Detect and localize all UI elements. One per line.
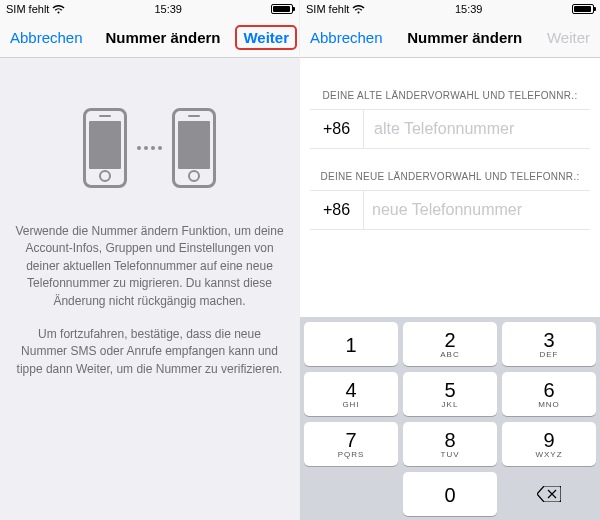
cancel-button[interactable]: Abbrechen [10, 29, 83, 46]
key-6[interactable]: 6MNO [502, 372, 596, 416]
key-backspace[interactable] [502, 472, 596, 516]
new-number-label: DEINE NEUE LÄNDERVORWAHL UND TELEFONNR.: [310, 171, 590, 182]
phone-icon [172, 108, 216, 188]
key-8[interactable]: 8TUV [403, 422, 497, 466]
next-button-disabled: Weiter [547, 29, 590, 46]
key-2[interactable]: 2ABC [403, 322, 497, 366]
status-bar: SIM fehlt 15:39 [300, 0, 600, 18]
intro-body: Verwende die Nummer ändern Funktion, um … [0, 58, 299, 520]
next-button[interactable]: Weiter [243, 29, 289, 46]
old-country-code[interactable]: +86 [310, 110, 364, 148]
old-number-label: DEINE ALTE LÄNDERVORWAHL UND TELEFONNR.: [310, 90, 590, 101]
intro-paragraph-1: Verwende die Nummer ändern Funktion, um … [14, 223, 285, 310]
nav-bar: Abbrechen Nummer ändern Weiter [300, 18, 600, 58]
key-1[interactable]: 1 [304, 322, 398, 366]
old-phone-input[interactable] [364, 118, 574, 140]
page-title: Nummer ändern [407, 29, 522, 46]
clock: 15:39 [154, 3, 182, 15]
page-title: Nummer ändern [105, 29, 220, 46]
old-number-row: +86 [310, 109, 590, 149]
new-phone-input[interactable] [364, 191, 590, 229]
cancel-button[interactable]: Abbrechen [310, 29, 383, 46]
key-9[interactable]: 9WXYZ [502, 422, 596, 466]
backspace-icon [537, 486, 561, 502]
transfer-dots-icon [137, 146, 162, 150]
battery-icon [572, 4, 594, 14]
form-body: DEINE ALTE LÄNDERVORWAHL UND TELEFONNR.:… [300, 58, 600, 520]
key-7[interactable]: 7PQRS [304, 422, 398, 466]
key-5[interactable]: 5JKL [403, 372, 497, 416]
carrier-text: SIM fehlt [6, 3, 49, 15]
status-bar: SIM fehlt 15:39 [0, 0, 299, 18]
wifi-icon [352, 5, 365, 14]
intro-paragraph-2: Um fortzufahren, bestätige, dass die neu… [14, 326, 285, 378]
battery-icon [271, 4, 293, 14]
key-3[interactable]: 3DEF [502, 322, 596, 366]
key-blank [304, 472, 398, 516]
screen-form: SIM fehlt 15:39 Abbrechen Nummer ändern … [300, 0, 600, 520]
nav-bar: Abbrechen Nummer ändern Weiter [0, 18, 299, 58]
key-0[interactable]: 0 [403, 472, 497, 516]
new-number-row: +86 [310, 190, 590, 230]
phones-illustration [14, 108, 285, 188]
phone-icon [83, 108, 127, 188]
wifi-icon [52, 5, 65, 14]
screen-intro: SIM fehlt 15:39 Abbrechen Nummer ändern … [0, 0, 300, 520]
carrier-text: SIM fehlt [306, 3, 349, 15]
clock: 15:39 [455, 3, 483, 15]
numeric-keypad: 1 2ABC 3DEF 4GHI 5JKL 6MNO 7PQRS 8TUV 9W… [300, 317, 600, 520]
new-country-code[interactable]: +86 [310, 191, 364, 229]
key-4[interactable]: 4GHI [304, 372, 398, 416]
